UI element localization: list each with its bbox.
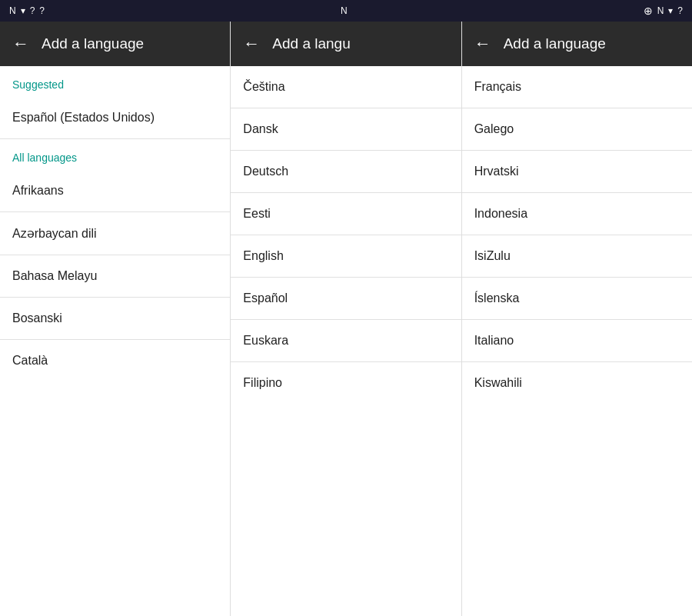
list-item[interactable]: Euskara (231, 320, 461, 362)
toolbar-title-1: Add a language (42, 35, 144, 52)
language-list-1: Suggested Español (Estados Unidos) All l… (0, 66, 230, 616)
list-item[interactable]: Dansk (231, 108, 461, 151)
list-item[interactable]: Deutsch (231, 151, 461, 193)
list-item[interactable]: Azərbaycan dili (0, 212, 230, 255)
list-item[interactable]: Íslenska (462, 278, 692, 320)
list-item[interactable]: Español (231, 278, 461, 320)
list-item[interactable]: Hrvatski (462, 151, 692, 193)
status-bar-right: ⊕ N ▾ ? (644, 5, 683, 17)
q-icon-right: ? (677, 5, 683, 16)
list-item[interactable]: Galego (462, 108, 692, 151)
list-item[interactable]: Bosanski (0, 298, 230, 340)
n-icon-left: N (9, 5, 16, 16)
list-item[interactable]: Filipino (231, 362, 461, 404)
n-icon-right: N (657, 5, 664, 16)
language-list-3: Français Galego Hrvatski Indonesia IsiZu… (462, 66, 692, 616)
suggested-header: Suggested (0, 66, 230, 97)
toolbar-3: ← Add a language (462, 22, 692, 66)
list-item[interactable]: Español (Estados Unidos) (0, 97, 230, 139)
panel-3: ← Add a language Français Galego Hrvatsk… (462, 22, 692, 616)
panels-container: ← Add a language Suggested Español (Esta… (0, 22, 692, 616)
toolbar-title-3: Add a language (504, 35, 606, 52)
toolbar-1: ← Add a language (0, 22, 230, 66)
n-icon-center: N (341, 5, 348, 16)
status-bar-center: N (341, 5, 348, 16)
toolbar-2: ← Add a langu (231, 22, 461, 66)
list-item[interactable]: Kiswahili (462, 362, 692, 404)
list-item[interactable]: Français (462, 66, 692, 108)
back-button-2[interactable]: ← (243, 34, 260, 54)
wifi-icon: ▾ (21, 5, 25, 16)
list-item[interactable]: Afrikaans (0, 170, 230, 212)
list-item[interactable]: Čeština (231, 66, 461, 108)
list-item[interactable]: Català (0, 340, 230, 381)
back-button-1[interactable]: ← (12, 34, 29, 54)
all-languages-header: All languages (0, 139, 230, 170)
list-item[interactable]: IsiZulu (462, 235, 692, 278)
back-button-3[interactable]: ← (474, 34, 491, 54)
list-item[interactable]: Indonesia (462, 193, 692, 235)
q-icon-1: ? (30, 5, 35, 16)
list-item[interactable]: Eesti (231, 193, 461, 235)
status-bar: N ▾ ? ? N ⊕ N ▾ ? (0, 0, 692, 22)
q-icon-2: ? (39, 5, 45, 16)
list-item[interactable]: Italiano (462, 320, 692, 362)
toolbar-title-2: Add a langu (272, 35, 350, 52)
panel-2: ← Add a langu Čeština Dansk Deutsch Eest… (231, 22, 461, 616)
panel-1: ← Add a language Suggested Español (Esta… (0, 22, 231, 616)
list-item[interactable]: Bahasa Melayu (0, 255, 230, 298)
color-wheel-icon: ⊕ (644, 5, 653, 17)
list-item[interactable]: English (231, 235, 461, 278)
wifi-icon-right: ▾ (668, 5, 673, 16)
status-bar-left: N ▾ ? ? (9, 5, 45, 16)
language-list-2: Čeština Dansk Deutsch Eesti English Espa… (231, 66, 461, 616)
